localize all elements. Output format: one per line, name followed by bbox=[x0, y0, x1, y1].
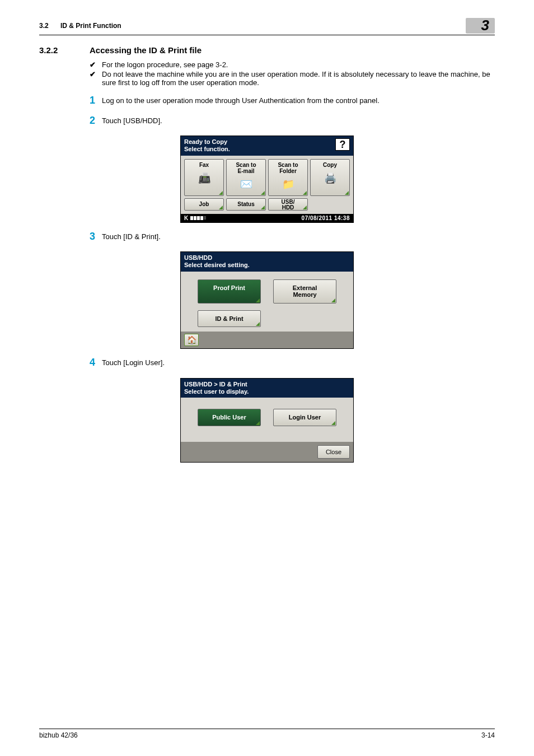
toner-indicator: K bbox=[184, 215, 206, 221]
public-user-button[interactable]: Public User bbox=[198, 409, 261, 426]
id-print-button[interactable]: ID & Print bbox=[198, 310, 261, 328]
header-section-title: ID & Print Function bbox=[60, 22, 121, 30]
prerequisite-text: Do not leave the machine while you are i… bbox=[102, 70, 495, 87]
folder-icon: 📁 bbox=[270, 176, 306, 192]
page-footer: bizhub 42/36 3-14 bbox=[39, 729, 495, 739]
fax-icon: 📠 bbox=[186, 170, 222, 186]
login-user-button[interactable]: Login User bbox=[273, 409, 336, 426]
prerequisite-text: For the logon procedure, see page 3-2. bbox=[102, 60, 228, 69]
copy-icon: 🖨️ bbox=[312, 170, 348, 186]
step-text: Log on to the user operation mode throug… bbox=[102, 95, 380, 107]
screen-subtitle: Select desired setting. bbox=[184, 262, 350, 269]
home-icon[interactable]: 🏠 bbox=[184, 334, 199, 346]
screen-title: USB/HDD bbox=[184, 254, 350, 262]
help-icon[interactable]: ? bbox=[335, 138, 350, 151]
check-icon: ✔ bbox=[90, 70, 102, 87]
check-icon: ✔ bbox=[90, 60, 102, 69]
header-section-num: 3.2 bbox=[39, 22, 49, 30]
proof-print-button[interactable]: Proof Print bbox=[198, 279, 261, 304]
step-text: Touch [USB/HDD]. bbox=[102, 115, 162, 127]
lcd-screen-usbhdd: USB/HDD Select desired setting. Proof Pr… bbox=[180, 251, 354, 349]
step-number: 4 bbox=[90, 357, 102, 369]
lcd-screen-idprint: USB/HDD > ID & Print Select user to disp… bbox=[180, 378, 354, 463]
external-memory-button[interactable]: External Memory bbox=[273, 279, 336, 304]
page-header: 3.2 ID & Print Function 3 bbox=[39, 18, 495, 35]
step-text: Touch [Login User]. bbox=[102, 357, 165, 369]
chapter-badge: 3 bbox=[466, 18, 495, 34]
scan-to-folder-button[interactable]: Scan to Folder 📁 bbox=[268, 159, 308, 196]
screen-title: USB/HDD > ID & Print bbox=[184, 381, 350, 388]
fax-button[interactable]: Fax 📠 bbox=[184, 159, 224, 196]
footer-page: 3-14 bbox=[481, 731, 495, 739]
scan-to-email-button[interactable]: Scan to E-mail ✉️ bbox=[226, 159, 266, 196]
step-number: 2 bbox=[90, 115, 102, 127]
lcd-screen-readytocopy: Ready to Copy Select function. ? Fax 📠 S… bbox=[180, 136, 354, 222]
screen-title: Ready to Copy bbox=[184, 138, 350, 146]
status-button[interactable]: Status bbox=[226, 198, 266, 211]
close-button[interactable]: Close bbox=[317, 445, 350, 459]
email-icon: ✉️ bbox=[228, 176, 264, 192]
step-text: Touch [ID & Print]. bbox=[102, 231, 161, 243]
footer-model: bizhub 42/36 bbox=[39, 731, 78, 739]
step-number: 3 bbox=[90, 231, 102, 243]
section-title: Accessing the ID & Print file bbox=[90, 45, 202, 55]
section-number: 3.2.2 bbox=[39, 45, 90, 55]
copy-button[interactable]: Copy 🖨️ bbox=[310, 159, 350, 196]
job-button[interactable]: Job bbox=[184, 198, 224, 211]
screen-subtitle: Select user to display. bbox=[184, 388, 350, 395]
step-number: 1 bbox=[90, 95, 102, 107]
usb-hdd-button[interactable]: USB/ HDD bbox=[268, 198, 308, 211]
screen-subtitle: Select function. bbox=[184, 146, 350, 153]
datetime: 07/08/2011 14:38 bbox=[302, 215, 350, 221]
